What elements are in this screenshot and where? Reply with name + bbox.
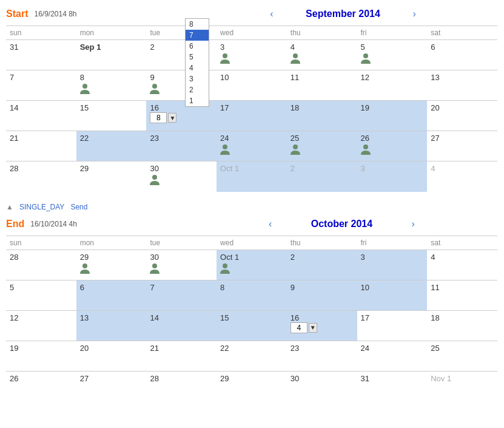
day-number: 8	[80, 73, 143, 82]
calendar-day[interactable]: 28	[6, 161, 76, 192]
calendar-day[interactable]: Sep 1	[76, 40, 147, 70]
dropdown-item-1[interactable]: 1	[186, 95, 209, 106]
calendar-day[interactable]: 28	[6, 250, 76, 280]
calendar-day[interactable]: 31	[357, 371, 428, 401]
hour-dropdown-wrapper[interactable]: ▼	[150, 112, 176, 123]
calendar-day[interactable]: 21	[146, 341, 217, 371]
day-number: 3	[220, 42, 283, 52]
end-prev-arrow[interactable]: ‹	[260, 219, 281, 229]
day-number: 4	[431, 253, 494, 262]
calendar-day[interactable]: 4	[427, 250, 497, 280]
calendar-day[interactable]: 30	[287, 371, 357, 401]
calendar-day[interactable]: 9	[287, 280, 357, 310]
calendar-day[interactable]: 26	[6, 371, 76, 401]
calendar-day[interactable]: 24	[357, 341, 428, 371]
calendar-day[interactable]: 18	[287, 101, 357, 131]
calendar-day[interactable]: 10	[357, 280, 428, 310]
calendar-day[interactable]: 12	[357, 70, 428, 101]
calendar-day[interactable]: 31	[6, 40, 76, 70]
calendar-day[interactable]: 10	[217, 70, 287, 101]
calendar-day[interactable]: 11	[427, 280, 497, 310]
dropdown-item-7[interactable]: 7	[186, 30, 209, 41]
calendar-day[interactable]: 5	[357, 40, 428, 70]
calendar-day[interactable]: 13	[427, 70, 497, 101]
calendar-day[interactable]: 12	[6, 310, 76, 341]
calendar-day[interactable]: 4	[427, 161, 497, 192]
calendar-day[interactable]: 15	[217, 310, 287, 341]
calendar-day[interactable]: 27	[76, 371, 147, 401]
end-next-arrow[interactable]: ›	[402, 219, 423, 229]
calendar-day[interactable]: 14	[6, 101, 76, 131]
calendar-day[interactable]: 3	[217, 40, 287, 70]
calendar-day[interactable]: 20	[76, 341, 147, 371]
calendar-day[interactable]: 19	[6, 341, 76, 371]
dropdown-button[interactable]: ▼	[309, 323, 317, 333]
calendar-day[interactable]: 18	[427, 310, 497, 341]
calendar-day[interactable]: 21	[6, 131, 76, 161]
calendar-day[interactable]: 25	[427, 341, 497, 371]
calendar-day[interactable]: 13	[76, 310, 147, 341]
calendar-day[interactable]: 7	[6, 70, 76, 101]
dropdown-item-5[interactable]: 5	[186, 52, 209, 63]
calendar-day[interactable]: 6	[427, 40, 497, 70]
calendar-day[interactable]: 15	[76, 101, 147, 131]
calendar-day[interactable]: Oct 1	[217, 250, 287, 280]
calendar-day[interactable]: 20	[427, 101, 497, 131]
end-weekday-mon: mon	[76, 236, 147, 250]
calendar-day[interactable]: 30	[146, 161, 217, 192]
hour-dropdown-wrapper[interactable]: ▼	[291, 322, 317, 333]
dropdown-button[interactable]: ▼	[168, 113, 176, 123]
hour-input[interactable]	[150, 112, 167, 123]
calendar-day[interactable]: 2	[287, 161, 357, 192]
calendar-day[interactable]: 17	[217, 101, 287, 131]
calendar-day[interactable]: 11	[287, 70, 357, 101]
calendar-day[interactable]: 3	[357, 161, 428, 192]
hour-input[interactable]	[291, 322, 307, 333]
svg-point-6	[293, 144, 298, 149]
calendar-day[interactable]: 8	[217, 280, 287, 310]
calendar-day[interactable]: 2	[287, 250, 357, 280]
calendar-day[interactable]: 7	[146, 280, 217, 310]
calendar-day[interactable]: 17	[357, 310, 428, 341]
calendar-day[interactable]: 19	[357, 101, 428, 131]
calendar-day[interactable]: 25	[287, 131, 357, 161]
calendar-day[interactable]: 4	[287, 40, 357, 70]
calendar-day[interactable]: 28	[146, 371, 217, 401]
calendar-day[interactable]: 22	[217, 341, 287, 371]
single-day-link[interactable]: SINGLE_DAY	[19, 203, 64, 211]
calendar-day[interactable]: 14	[146, 310, 217, 341]
start-hour-dropdown[interactable]: 8 7 6 5 4 3 2 1	[185, 18, 209, 107]
dropdown-item-3[interactable]: 3	[186, 73, 209, 84]
calendar-day[interactable]: 24	[217, 131, 287, 161]
svg-point-11	[223, 263, 227, 268]
person-icon	[150, 83, 160, 96]
svg-point-4	[152, 84, 157, 89]
start-next-arrow[interactable]: ›	[403, 8, 425, 19]
day-number: 3	[361, 253, 424, 262]
dropdown-item-2[interactable]: 2	[186, 84, 209, 95]
table-row: 567891011	[6, 280, 497, 310]
calendar-day[interactable]: 5	[6, 280, 76, 310]
calendar-day[interactable]: 23	[146, 131, 217, 161]
calendar-day[interactable]: 23	[287, 341, 357, 371]
calendar-day[interactable]: 29	[217, 371, 287, 401]
calendar-day[interactable]: 8	[76, 70, 147, 101]
start-date-info: 16/9/2014 8h	[34, 10, 189, 18]
calendar-day[interactable]: 29	[76, 161, 147, 192]
calendar-day[interactable]: 26	[357, 131, 428, 161]
dropdown-item-6[interactable]: 6	[186, 41, 209, 52]
calendar-day[interactable]: 27	[427, 131, 497, 161]
calendar-day[interactable]: Nov 1	[427, 371, 497, 401]
calendar-day[interactable]: 16▼	[287, 310, 357, 341]
send-link[interactable]: Send	[70, 203, 87, 211]
start-weekday-sat: sat	[427, 26, 497, 40]
calendar-day[interactable]: 30	[146, 250, 217, 280]
dropdown-item-8[interactable]: 8	[186, 19, 209, 30]
calendar-day[interactable]: 29	[76, 250, 147, 280]
calendar-day[interactable]: 3	[357, 250, 428, 280]
dropdown-item-4[interactable]: 4	[186, 63, 209, 73]
calendar-day[interactable]: 22	[76, 131, 147, 161]
calendar-day[interactable]: Oct 1	[217, 161, 287, 192]
calendar-day[interactable]: 6	[76, 280, 147, 310]
start-prev-arrow[interactable]: ‹	[261, 8, 282, 19]
